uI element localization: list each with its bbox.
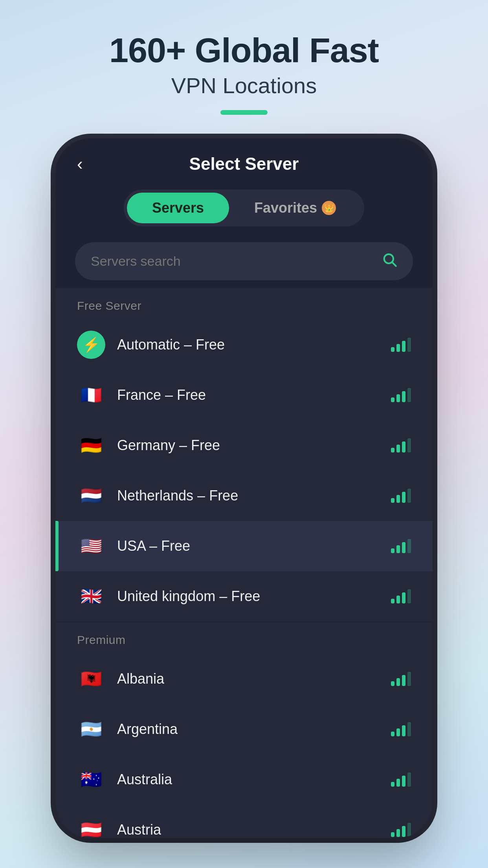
signal-bars [391,489,411,503]
flag-uk: 🇬🇧 [77,582,105,611]
flag-albania: 🇦🇱 [77,665,105,693]
flag-usa: 🇺🇸 [77,532,105,560]
tab-switcher: Servers Favorites 👑 [55,182,433,238]
server-name: Australia [117,771,379,788]
list-item[interactable]: 🇺🇸 USA – Free [55,521,433,571]
signal-bars [391,338,411,352]
signal-bars [391,438,411,452]
header-section: 160+ Global Fast VPN Locations [0,0,488,138]
flag-austria: 🇦🇹 [77,816,105,838]
server-name: Albania [117,671,379,687]
main-title: 160+ Global Fast [109,31,379,70]
list-item[interactable]: 🇦🇱 Albania [55,654,433,704]
accent-bar [220,110,268,115]
list-item[interactable]: 🇦🇺 Australia [55,754,433,805]
flag-australia: 🇦🇺 [77,765,105,794]
svg-line-1 [393,262,396,266]
list-item[interactable]: 🇳🇱 Netherlands – Free [55,471,433,521]
list-item[interactable]: 🇫🇷 France – Free [55,370,433,420]
page-title: Select Server [189,154,299,174]
tab-group: Servers Favorites 👑 [124,189,364,226]
server-name: France – Free [117,387,379,403]
server-list: Free Server ⚡ Automatic – Free 🇫🇷 France… [55,288,433,838]
signal-bars [391,823,411,837]
crown-icon: 👑 [322,201,336,215]
signal-bars [391,388,411,402]
phone-navbar: ‹ Select Server [55,138,433,182]
signal-bars [391,722,411,736]
subtitle: VPN Locations [171,73,317,98]
tab-favorites[interactable]: Favorites 👑 [229,193,361,223]
server-name: Netherlands – Free [117,487,379,504]
phone-frame: ‹ Select Server Servers Favorites 👑 Fr [55,138,433,838]
server-name: Austria [117,822,379,838]
search-section [55,238,433,288]
signal-bars [391,589,411,603]
list-item[interactable]: 🇩🇪 Germany – Free [55,420,433,471]
server-name: United kingdom – Free [117,588,379,605]
flag-argentina: 🇦🇷 [77,715,105,743]
signal-bars [391,539,411,553]
free-section-label: Free Server [55,288,433,320]
server-name: Germany – Free [117,437,379,454]
server-name: USA – Free [117,538,379,554]
search-bar [75,242,413,280]
premium-section-label: Premium [55,622,433,654]
list-item[interactable]: 🇦🇷 Argentina [55,704,433,754]
back-button[interactable]: ‹ [77,154,83,174]
signal-bars [391,772,411,787]
server-name: Automatic – Free [117,337,379,353]
search-icon [382,252,397,271]
flag-netherlands: 🇳🇱 [77,482,105,510]
tab-servers[interactable]: Servers [127,193,229,223]
server-name: Argentina [117,721,379,737]
list-item[interactable]: 🇬🇧 United kingdom – Free [55,571,433,622]
selected-indicator [55,521,59,571]
search-input[interactable] [91,254,374,269]
flag-france: 🇫🇷 [77,381,105,409]
list-item[interactable]: 🇦🇹 Austria [55,805,433,838]
flag-germany: 🇩🇪 [77,431,105,460]
signal-bars [391,672,411,686]
list-item[interactable]: ⚡ Automatic – Free [55,320,433,370]
auto-icon: ⚡ [77,331,105,359]
